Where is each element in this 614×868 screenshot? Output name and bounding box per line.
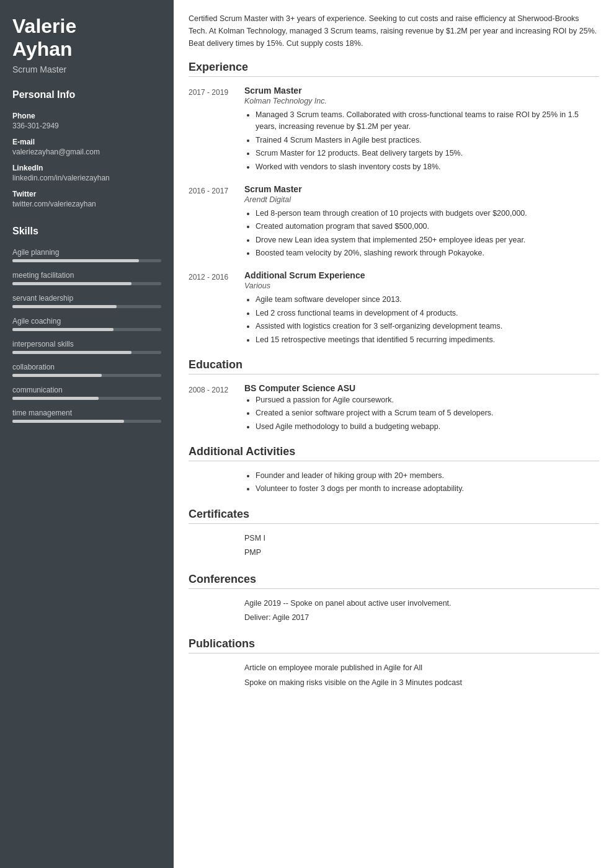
skill-label: time management — [12, 409, 161, 417]
skill-bar-fill — [12, 282, 131, 285]
email-value: valeriezayhan@gmail.com — [12, 148, 161, 156]
bullet-item: Scrum Master for 12 products. Beat deliv… — [256, 148, 599, 159]
skill-label: Agile coaching — [12, 317, 161, 326]
skills-section: Skills Agile planningmeeting facilitatio… — [12, 226, 161, 423]
skill-label: collaboration — [12, 363, 161, 371]
skill-label: communication — [12, 386, 161, 394]
activities-section: Additional Activities Founder and leader… — [189, 445, 599, 497]
bullet-item: Managed 3 Scrum teams. Collaborated with… — [256, 109, 599, 133]
entry-content: Additional Scrum ExperienceVariousAgile … — [244, 270, 599, 347]
entry-title: BS Computer Science ASU — [244, 383, 599, 393]
phone-value: 336-301-2949 — [12, 122, 161, 130]
skill-bar-fill — [12, 305, 117, 308]
activities-content: Founder and leader of hiking group with … — [244, 470, 599, 497]
entry-title: Scrum Master — [244, 184, 599, 194]
skill-bar — [12, 420, 161, 423]
bullet-item: Led 15 retrospective meetings that ident… — [256, 334, 599, 346]
skill-bar — [12, 259, 161, 262]
entry-bullets: Managed 3 Scrum teams. Collaborated with… — [244, 109, 599, 173]
name-last: Ayhan — [12, 38, 73, 60]
skill-label: interpersonal skills — [12, 340, 161, 348]
bullet-item: Led 2 cross functional teams in developm… — [256, 308, 599, 319]
publication-item: Article on employee morale published in … — [244, 662, 599, 674]
certificates-section: Certificates PSM IPMP — [189, 508, 599, 562]
skill-bar-fill — [12, 374, 102, 377]
skill-label: meeting facilitation — [12, 271, 161, 280]
conference-item: Agile 2019 -- Spoke on panel about activ… — [244, 598, 599, 609]
linkedin-value: linkedin.com/in/valeriezayhan — [12, 174, 161, 182]
conferences-entry: Agile 2019 -- Spoke on panel about activ… — [189, 598, 599, 627]
conferences-content: Agile 2019 -- Spoke on panel about activ… — [244, 598, 599, 627]
entry-title: Scrum Master — [244, 86, 599, 95]
certificates-content: PSM IPMP — [244, 533, 599, 562]
candidate-name: Valerie Ayhan — [12, 15, 161, 61]
conference-item: Deliver: Agile 2017 — [244, 612, 599, 624]
entry: 2008 - 2012BS Computer Science ASUPursue… — [189, 383, 599, 434]
skill-bar — [12, 374, 161, 377]
activity-item: Founder and leader of hiking group with … — [256, 470, 599, 482]
publications-content: Article on employee morale published in … — [244, 662, 599, 691]
skill-bar-fill — [12, 351, 131, 354]
certificates-heading: Certificates — [189, 508, 599, 524]
personal-info-section: Personal Info Phone 336-301-2949 E-mail … — [12, 89, 161, 208]
entry-dates: 2008 - 2012 — [189, 383, 244, 434]
publication-item: Spoke on making risks visible on the Agi… — [244, 677, 599, 689]
skill-bar — [12, 282, 161, 285]
entry-bullets: Pursued a passion for Agile coursework.C… — [244, 394, 599, 433]
entry-company: Arendt Digital — [244, 195, 599, 204]
entry-bullets: Agile team software developer since 2013… — [244, 294, 599, 346]
entry-company: Kolman Technology Inc. — [244, 97, 599, 105]
publications-section: Publications Article on employee morale … — [189, 637, 599, 691]
main-content: Certified Scrum Master with 3+ years of … — [174, 0, 614, 868]
bullet-item: Trained 4 Scrum Masters in Agile best pr… — [256, 135, 599, 146]
entry-title: Additional Scrum Experience — [244, 270, 599, 280]
bullet-item: Created a senior software project with a… — [256, 407, 599, 419]
publications-entry: Article on employee morale published in … — [189, 662, 599, 691]
entry-dates: 2017 - 2019 — [189, 86, 244, 174]
experience-section: Experience 2017 - 2019Scrum MasterKolman… — [189, 61, 599, 347]
skill-bar — [12, 397, 161, 400]
conferences-section: Conferences Agile 2019 -- Spoke on panel… — [189, 573, 599, 627]
entry-dates: 2012 - 2016 — [189, 270, 244, 347]
linkedin-label: LinkedIn — [12, 164, 161, 172]
bullet-item: Boosted team velocity by 20%, slashing r… — [256, 247, 599, 259]
entry-company: Various — [244, 281, 599, 290]
publications-heading: Publications — [189, 637, 599, 653]
bullet-item: Drove new Lean idea system that implemen… — [256, 234, 599, 246]
entry-content: Scrum MasterKolman Technology Inc.Manage… — [244, 86, 599, 174]
twitter-label: Twitter — [12, 190, 161, 198]
entry-dates: 2016 - 2017 — [189, 184, 244, 261]
activities-heading: Additional Activities — [189, 445, 599, 461]
education-heading: Education — [189, 358, 599, 374]
bullet-item: Pursued a passion for Agile coursework. — [256, 394, 599, 406]
name-first: Valerie — [12, 15, 76, 37]
bullet-item: Led 8-person team through creation of 10… — [256, 208, 599, 219]
skills-heading: Skills — [12, 226, 161, 239]
entry: 2012 - 2016Additional Scrum ExperienceVa… — [189, 270, 599, 347]
bullet-item: Used Agile methodology to build a budget… — [256, 421, 599, 433]
experience-heading: Experience — [189, 61, 599, 77]
email-label: E-mail — [12, 138, 161, 146]
bullet-item: Agile team software developer since 2013… — [256, 294, 599, 306]
skill-bar-fill — [12, 420, 124, 423]
conferences-heading: Conferences — [189, 573, 599, 589]
activities-entry: Founder and leader of hiking group with … — [189, 470, 599, 497]
skill-bar — [12, 305, 161, 308]
skill-bar — [12, 351, 161, 354]
entry: 2017 - 2019Scrum MasterKolman Technology… — [189, 86, 599, 174]
entry-content: Scrum MasterArendt DigitalLed 8-person t… — [244, 184, 599, 261]
skill-bar — [12, 328, 161, 331]
skill-label: servant leadership — [12, 294, 161, 303]
personal-info-heading: Personal Info — [12, 89, 161, 103]
sidebar: Valerie Ayhan Scrum Master Personal Info… — [0, 0, 174, 868]
certificate-item: PSM I — [244, 533, 599, 544]
activity-item: Volunteer to foster 3 dogs per month to … — [256, 483, 599, 495]
entry-bullets: Led 8-person team through creation of 10… — [244, 208, 599, 260]
skill-bar-fill — [12, 328, 113, 331]
twitter-value: twitter.com/valeriezayhan — [12, 200, 161, 208]
skill-bar-fill — [12, 259, 139, 262]
phone-label: Phone — [12, 112, 161, 120]
certificate-item: PMP — [244, 547, 599, 559]
candidate-title: Scrum Master — [12, 64, 161, 74]
bullet-item: Assisted with logistics creation for 3 s… — [256, 321, 599, 332]
